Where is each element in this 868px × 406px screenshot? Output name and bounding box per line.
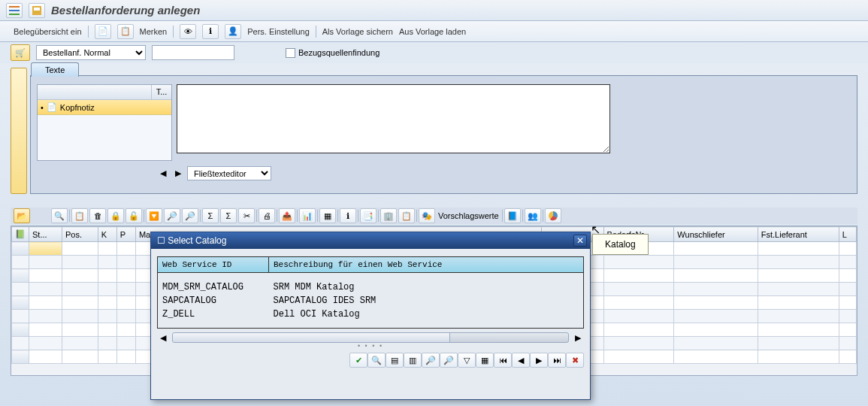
save-header-icon[interactable] xyxy=(29,3,45,18)
checkbox-icon[interactable] xyxy=(286,48,295,58)
separator xyxy=(378,210,379,222)
unlock-icon[interactable]: 🔓 xyxy=(126,208,142,223)
load-template-btn[interactable]: Aus Vorlage laden xyxy=(399,27,466,36)
dialog-hscrollbar[interactable] xyxy=(172,332,569,343)
text-row-kopfnotiz[interactable]: • 📄 Kopfnotiz xyxy=(38,100,171,115)
grid-col-pos[interactable]: Pos. xyxy=(62,227,98,242)
separator xyxy=(144,210,144,222)
select-catalog-dialog: ☐ Select Catalog ✕ Web Service ID Beschr… xyxy=(150,232,591,400)
catalog-col-desc[interactable]: Beschreibung für einen Web Service xyxy=(269,257,584,273)
dlg-find-icon[interactable]: 🔎 xyxy=(422,353,440,368)
layout-icon[interactable]: ▦ xyxy=(319,208,336,223)
collapse-header-btn[interactable] xyxy=(11,68,27,194)
svg-rect-0 xyxy=(9,6,20,8)
dlg-first-icon[interactable]: ⏮ xyxy=(494,353,512,368)
catalog-row[interactable]: MDM_SRM_CATALOGSRM MDM Katalog xyxy=(158,280,584,294)
grid-col-wunsch[interactable]: Wunschliefer xyxy=(674,227,758,242)
dlg-prev-icon[interactable]: ◀ xyxy=(512,353,530,368)
text-list-col2: T... xyxy=(152,85,171,99)
dlg-next-icon[interactable]: ▶ xyxy=(530,353,548,368)
dlg-sort-desc-icon[interactable]: ▥ xyxy=(404,353,422,368)
editor-mode-select[interactable]: Fließtexteditor xyxy=(187,166,271,180)
separator xyxy=(173,26,174,38)
excel-icon[interactable]: 📊 xyxy=(299,208,316,223)
info2-icon[interactable]: ℹ xyxy=(340,208,356,223)
dialog-close-icon[interactable]: ✕ xyxy=(573,235,587,247)
dlg-cancel-icon[interactable]: ✖ xyxy=(566,353,584,368)
print-icon[interactable]: 🖨 xyxy=(259,208,275,223)
dlg-find2-icon[interactable]: 🔎 xyxy=(440,353,458,368)
delete-icon[interactable]: 🗑 xyxy=(89,208,106,223)
dlg-ok-icon[interactable]: ✔ xyxy=(349,353,367,368)
export-icon[interactable]: 📤 xyxy=(279,208,295,223)
find-next-icon[interactable]: 🔎 xyxy=(182,208,198,223)
cart-icon[interactable]: 🛒 xyxy=(11,44,30,61)
personal-icon[interactable]: 👤 xyxy=(225,24,241,39)
dlg-search-icon[interactable]: 🔍 xyxy=(367,353,386,368)
dialog-titlebar[interactable]: ☐ Select Catalog ✕ xyxy=(151,232,590,249)
catalog-icon[interactable]: 📘 xyxy=(504,208,521,223)
cond-icon[interactable]: 📋 xyxy=(398,208,415,223)
clown-icon[interactable]: 🎭 xyxy=(419,208,435,223)
grid-col-st[interactable]: St... xyxy=(29,227,62,242)
env-icon[interactable]: 📑 xyxy=(360,208,377,223)
catalog-row[interactable]: Z_DELLDell OCI Katalog xyxy=(158,308,584,321)
header-tabs: Texte T... • 📄 Kopfnotiz ◀ ▶ Fließtexted… xyxy=(30,75,857,194)
grid-col-k[interactable]: K xyxy=(98,227,116,242)
dlg-filter-icon[interactable]: ▽ xyxy=(458,353,476,368)
doc-number-input[interactable] xyxy=(152,45,234,60)
svg-rect-1 xyxy=(9,10,20,11)
long-text-editor[interactable] xyxy=(177,84,610,153)
separator xyxy=(88,26,89,38)
print-preview-icon[interactable]: 👁 xyxy=(180,24,196,39)
personal-label[interactable]: Pers. Einstellung xyxy=(247,27,310,36)
dlg-layout-icon[interactable]: ▦ xyxy=(476,353,494,368)
lock-icon[interactable]: 🔒 xyxy=(107,208,124,223)
dialog-resize-grip[interactable]: • • • • xyxy=(151,342,590,350)
addr-icon[interactable]: 🏢 xyxy=(380,208,397,223)
collapse-items-btn[interactable]: 📂 xyxy=(14,208,30,223)
filter-icon[interactable]: 🔽 xyxy=(146,208,162,223)
catalog-table: Web Service ID Beschreibung für einen We… xyxy=(157,256,584,329)
detail-icon[interactable]: 🔍 xyxy=(51,208,68,223)
chart-icon[interactable] xyxy=(545,208,561,223)
prev-text-icon[interactable]: ◀ xyxy=(157,168,169,180)
info-icon[interactable]: ℹ xyxy=(202,24,219,39)
grid-corner-icon[interactable]: 📗 xyxy=(12,227,29,242)
dlg-sort-asc-icon[interactable]: ▤ xyxy=(386,353,404,368)
subtotal-icon[interactable]: Σ xyxy=(220,208,237,223)
catalog-col-id[interactable]: Web Service ID xyxy=(158,257,269,273)
separator xyxy=(337,210,338,222)
hold-label[interactable]: Merken xyxy=(140,27,168,36)
overview-toggle[interactable]: Belegübersicht ein xyxy=(14,27,82,36)
catalog-row[interactable]: SAPCATALOGSAPCATALOG IDES SRM xyxy=(158,294,584,308)
new-doc-icon[interactable]: 📄 xyxy=(95,24,111,39)
menu-icon[interactable] xyxy=(6,3,23,18)
dlg-scroll-left-icon[interactable]: ◀ xyxy=(157,332,169,344)
assign-icon[interactable]: 👥 xyxy=(525,208,541,223)
separator xyxy=(502,210,503,222)
next-text-icon[interactable]: ▶ xyxy=(172,168,184,180)
grid-col-p[interactable]: P xyxy=(116,227,135,242)
hold-icon[interactable]: 📋 xyxy=(117,24,134,39)
tab-texte[interactable]: Texte xyxy=(31,62,79,77)
dialog-title-text: Select Catalog xyxy=(168,235,226,246)
copy-icon[interactable]: 📋 xyxy=(71,208,88,223)
doc-icon: 📄 xyxy=(47,102,57,112)
dlg-scroll-right-icon[interactable]: ▶ xyxy=(572,332,584,344)
doc-type-select[interactable]: Bestellanf. Normal xyxy=(36,45,146,60)
dialog-frame-icon: ☐ xyxy=(157,235,165,246)
vorschlag-label[interactable]: Vorschlagswerte xyxy=(438,211,499,220)
save-template-btn[interactable]: Als Vorlage sichern xyxy=(322,27,393,36)
grid-col-l[interactable]: L xyxy=(839,227,856,242)
separator xyxy=(358,210,358,222)
dlg-last-icon[interactable]: ⏭ xyxy=(548,353,566,368)
dialog-footer: ✔ 🔍 ▤ ▥ 🔎 🔎 ▽ ▦ ⏮ ◀ ▶ ⏭ ✖ xyxy=(151,350,590,371)
grid-col-fst[interactable]: Fst.Lieferant xyxy=(758,227,839,242)
separator xyxy=(316,26,316,38)
sum-icon[interactable]: Σ xyxy=(202,208,219,223)
source-determination-checkbox[interactable]: Bezugsquellenfindung xyxy=(286,48,380,58)
scissors-icon[interactable]: ✂ xyxy=(238,208,255,223)
find-icon[interactable]: 🔎 xyxy=(164,208,180,223)
checkbox-label: Bezugsquellenfindung xyxy=(298,48,380,57)
